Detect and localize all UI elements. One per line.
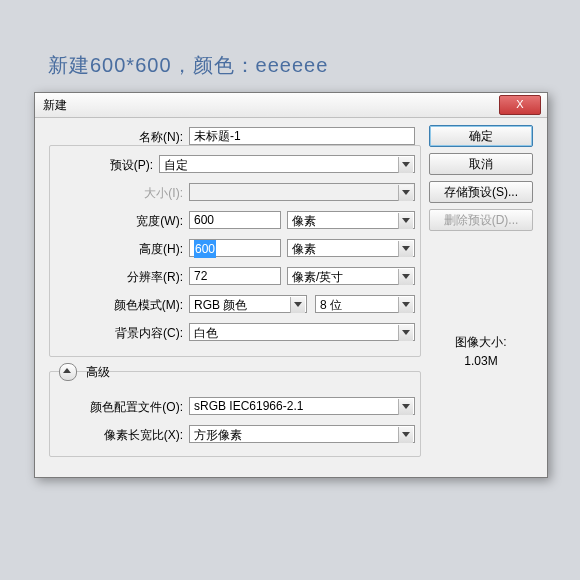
chevron-down-icon xyxy=(398,427,413,443)
close-button[interactable]: X xyxy=(499,95,541,115)
label-width: 宽度(W): xyxy=(103,213,183,230)
height-input[interactable]: 600 xyxy=(189,239,281,257)
chevron-down-icon xyxy=(398,297,413,313)
label-size: 大小(I): xyxy=(103,185,183,202)
label-aspect: 像素长宽比(X): xyxy=(53,427,183,444)
height-unit-select[interactable]: 像素 xyxy=(287,239,415,257)
chevron-down-icon xyxy=(398,213,413,229)
chevron-down-icon xyxy=(398,241,413,257)
resolution-input[interactable] xyxy=(189,267,281,285)
new-dialog: 新建 X 名称(N): 预设(P): 自定 大小(I): 宽度(W): 像素 高… xyxy=(34,92,548,478)
image-size-value: 1.03M xyxy=(429,352,533,371)
titlebar[interactable]: 新建 X xyxy=(35,93,547,118)
label-advanced: 高级 xyxy=(86,365,110,379)
colormode-select[interactable]: RGB 颜色 xyxy=(189,295,307,313)
ok-button[interactable]: 确定 xyxy=(429,125,533,147)
chevron-down-icon xyxy=(290,297,305,313)
height-unit-value: 像素 xyxy=(292,241,316,258)
preset-value: 自定 xyxy=(164,157,188,174)
label-resolution: 分辨率(R): xyxy=(93,269,183,286)
bgcontent-select[interactable]: 白色 xyxy=(189,323,415,341)
chevron-down-icon xyxy=(398,157,413,173)
profile-value: sRGB IEC61966-2.1 xyxy=(194,399,303,413)
label-preset: 预设(P): xyxy=(73,157,153,174)
delete-preset-button: 删除预设(D)... xyxy=(429,209,533,231)
save-preset-button[interactable]: 存储预设(S)... xyxy=(429,181,533,203)
colormode-value: RGB 颜色 xyxy=(194,297,247,314)
depth-select[interactable]: 8 位 xyxy=(315,295,415,313)
chevron-down-icon xyxy=(398,325,413,341)
advanced-row: 高级 xyxy=(59,363,110,381)
label-height: 高度(H): xyxy=(103,241,183,258)
chevron-down-icon xyxy=(398,399,413,415)
height-value: 600 xyxy=(194,240,216,258)
profile-select[interactable]: sRGB IEC61966-2.1 xyxy=(189,397,415,415)
instruction-caption: 新建600*600，颜色：eeeeee xyxy=(48,52,328,79)
image-size-info: 图像大小: 1.03M xyxy=(429,333,533,371)
width-input[interactable] xyxy=(189,211,281,229)
label-colormode: 颜色模式(M): xyxy=(93,297,183,314)
width-unit-value: 像素 xyxy=(292,213,316,230)
label-bgcontent: 背景内容(C): xyxy=(93,325,183,342)
resolution-unit-value: 像素/英寸 xyxy=(292,269,343,286)
aspect-select[interactable]: 方形像素 xyxy=(189,425,415,443)
advanced-toggle[interactable] xyxy=(59,363,77,381)
chevron-down-icon xyxy=(398,269,413,285)
bgcontent-value: 白色 xyxy=(194,325,218,342)
cancel-button[interactable]: 取消 xyxy=(429,153,533,175)
preset-select[interactable]: 自定 xyxy=(159,155,415,173)
size-select xyxy=(189,183,415,201)
label-name: 名称(N): xyxy=(103,129,183,146)
aspect-value: 方形像素 xyxy=(194,427,242,444)
label-profile: 颜色配置文件(O): xyxy=(53,399,183,416)
width-unit-select[interactable]: 像素 xyxy=(287,211,415,229)
dialog-title: 新建 xyxy=(43,97,67,114)
name-input[interactable] xyxy=(189,127,415,145)
image-size-label: 图像大小: xyxy=(429,333,533,352)
chevron-down-icon xyxy=(398,185,413,201)
depth-value: 8 位 xyxy=(320,297,342,314)
resolution-unit-select[interactable]: 像素/英寸 xyxy=(287,267,415,285)
